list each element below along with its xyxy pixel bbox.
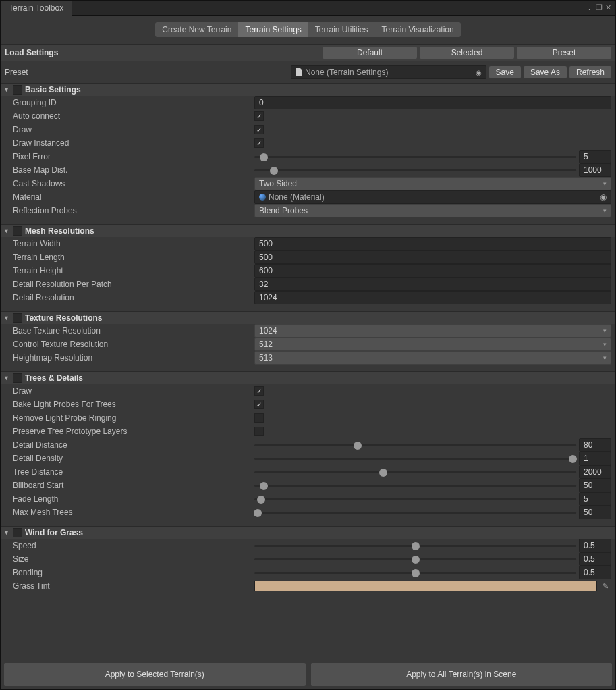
max-mesh-trees-input[interactable] <box>579 506 611 519</box>
material-field[interactable]: None (Material) ◉ <box>254 190 611 204</box>
grouping-id-input[interactable] <box>254 96 611 109</box>
tree-distance-slider[interactable] <box>254 471 576 473</box>
save-as-button[interactable]: Save As <box>524 66 567 78</box>
file-icon <box>296 68 302 76</box>
grass-tint-swatch[interactable] <box>254 581 597 591</box>
section-toggle[interactable] <box>13 313 22 323</box>
close-icon[interactable]: ✕ <box>605 3 611 12</box>
foldout-title: Wind for Grass <box>25 528 83 537</box>
cast-shadows-dropdown[interactable]: Two Sided ▾ <box>254 177 611 190</box>
bake-light-probes-checkbox[interactable]: ✓ <box>254 400 264 409</box>
object-picker-icon[interactable]: ◉ <box>600 192 607 202</box>
remove-ringing-checkbox[interactable] <box>254 413 264 423</box>
terrain-length-input[interactable] <box>254 250 611 264</box>
foldout-basic-settings[interactable]: ▼ Basic Settings <box>1 83 615 96</box>
size-slider[interactable] <box>254 558 576 560</box>
refresh-button[interactable]: Refresh <box>569 66 611 78</box>
chevron-down-icon: ▾ <box>603 341 607 348</box>
fade-length-input[interactable] <box>579 492 611 506</box>
terrain-width-input[interactable] <box>254 237 611 250</box>
speed-label: Speed <box>13 541 254 550</box>
detail-distance-slider[interactable] <box>254 444 576 446</box>
speed-slider[interactable] <box>254 545 576 547</box>
draw-checkbox[interactable]: ✓ <box>254 125 264 134</box>
maximize-icon[interactable]: ❐ <box>596 3 603 12</box>
foldout-wind-grass[interactable]: ▼ Wind for Grass <box>1 526 615 539</box>
tab-terrain-settings[interactable]: Terrain Settings <box>238 22 308 37</box>
object-picker-icon[interactable]: ◉ <box>476 69 482 76</box>
pixel-error-input[interactable] <box>579 150 611 163</box>
preset-object-field[interactable]: None (Terrain Settings) ◉ <box>291 65 486 79</box>
pixel-error-slider[interactable] <box>254 156 576 158</box>
detail-per-patch-label: Detail Resolution Per Patch <box>13 280 254 289</box>
terrain-width-label: Terrain Width <box>13 239 254 248</box>
max-mesh-trees-slider[interactable] <box>254 512 576 514</box>
dropdown-value: 513 <box>259 353 273 363</box>
remove-ringing-label: Remove Light Probe Ringing <box>13 413 254 423</box>
chevron-down-icon: ▼ <box>3 228 10 234</box>
fade-length-label: Fade Length <box>13 494 254 504</box>
chevron-down-icon: ▼ <box>3 315 10 321</box>
size-input[interactable] <box>579 552 611 566</box>
heightmap-dropdown[interactable]: 513▾ <box>254 351 611 365</box>
save-button[interactable]: Save <box>489 66 521 78</box>
tab-terrain-visualization[interactable]: Terrain Visualization <box>375 22 461 37</box>
tab-terrain-utilities[interactable]: Terrain Utilities <box>308 22 375 37</box>
chevron-down-icon: ▾ <box>603 180 607 187</box>
foldout-texture-resolutions[interactable]: ▼ Texture Resolutions <box>1 311 615 324</box>
selected-button[interactable]: Selected <box>420 47 514 59</box>
detail-res-input[interactable] <box>254 291 611 304</box>
reflection-probes-dropdown[interactable]: Blend Probes ▾ <box>254 204 611 217</box>
apply-selected-button[interactable]: Apply to Selected Terrain(s) <box>4 663 306 686</box>
foldout-title: Trees & Details <box>25 373 83 383</box>
section-toggle[interactable] <box>13 528 22 537</box>
control-tex-dropdown[interactable]: 512▾ <box>254 338 611 351</box>
speed-input[interactable] <box>579 539 611 552</box>
material-value: None (Material) <box>269 192 325 202</box>
draw-instanced-checkbox[interactable]: ✓ <box>254 138 264 148</box>
bending-input[interactable] <box>579 566 611 579</box>
menu-icon[interactable]: ⋮ <box>586 3 593 12</box>
base-map-dist-slider[interactable] <box>254 169 576 171</box>
draw-label: Draw <box>13 125 254 134</box>
detail-res-label: Detail Resolution <box>13 293 254 302</box>
tab-create-terrain[interactable]: Create New Terrain <box>155 22 238 37</box>
section-toggle[interactable] <box>13 226 22 236</box>
terrain-length-label: Terrain Length <box>13 253 254 262</box>
detail-per-patch-input[interactable] <box>254 277 611 291</box>
max-mesh-trees-label: Max Mesh Trees <box>13 508 254 517</box>
fade-length-slider[interactable] <box>254 498 576 500</box>
billboard-start-slider[interactable] <box>254 485 576 487</box>
chevron-down-icon: ▾ <box>603 207 607 214</box>
base-map-dist-input[interactable] <box>579 163 611 177</box>
terrain-height-input[interactable] <box>254 264 611 277</box>
section-toggle[interactable] <box>13 85 22 95</box>
foldout-title: Basic Settings <box>25 85 81 95</box>
auto-connect-checkbox[interactable]: ✓ <box>254 111 264 121</box>
detail-distance-input[interactable] <box>579 438 611 452</box>
foldout-mesh-resolutions[interactable]: ▼ Mesh Resolutions <box>1 224 615 237</box>
dropdown-value: 512 <box>259 340 273 349</box>
window-tab[interactable]: Terrain Toolbox <box>1 0 72 16</box>
default-button[interactable]: Default <box>323 47 417 59</box>
pixel-error-label: Pixel Error <box>13 152 254 161</box>
base-tex-dropdown[interactable]: 1024▾ <box>254 324 611 338</box>
base-tex-label: Base Texture Resolution <box>13 326 254 336</box>
foldout-trees-details[interactable]: ▼ Trees & Details <box>1 371 615 384</box>
bending-slider[interactable] <box>254 572 576 574</box>
billboard-start-input[interactable] <box>579 479 611 492</box>
preset-button[interactable]: Preset <box>517 47 611 59</box>
control-tex-label: Control Texture Resolution <box>13 340 254 349</box>
apply-all-button[interactable]: Apply to All Terrain(s) in Scene <box>311 663 613 686</box>
detail-density-slider[interactable] <box>254 458 576 460</box>
dropdown-value: Blend Probes <box>259 206 308 215</box>
dropdown-value: 1024 <box>259 326 277 336</box>
trees-draw-checkbox[interactable]: ✓ <box>254 386 264 396</box>
tree-distance-input[interactable] <box>579 465 611 479</box>
eyedropper-icon[interactable]: ✎ <box>600 582 611 591</box>
detail-density-input[interactable] <box>579 452 611 465</box>
preserve-layers-checkbox[interactable] <box>254 427 264 436</box>
heightmap-label: Heightmap Resolution <box>13 353 254 363</box>
size-label: Size <box>13 554 254 564</box>
section-toggle[interactable] <box>13 373 22 383</box>
